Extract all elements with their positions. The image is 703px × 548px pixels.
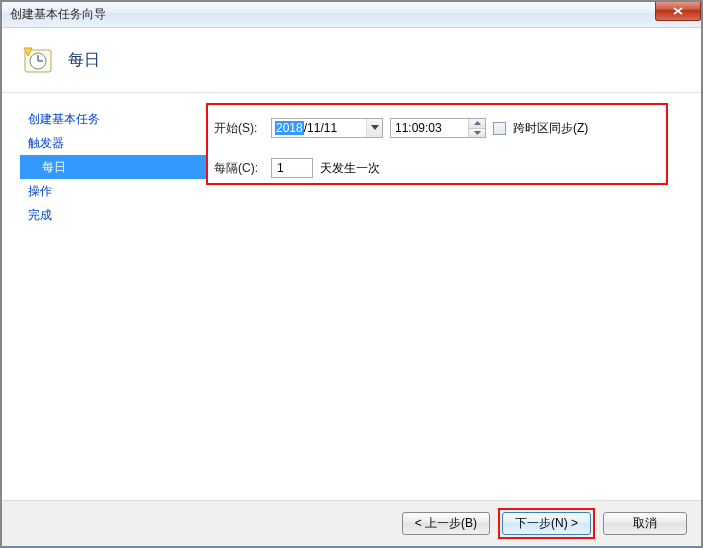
close-button[interactable] <box>655 2 701 21</box>
date-input[interactable]: 2018/11/11 <box>271 118 383 138</box>
date-year-selected: 2018 <box>275 121 304 135</box>
time-input[interactable]: 11:09:03 <box>390 118 486 138</box>
chevron-down-icon <box>474 131 481 135</box>
cancel-button[interactable]: 取消 <box>603 512 687 535</box>
sidebar-item-create-task[interactable]: 创建基本任务 <box>20 107 206 131</box>
row-interval: 每隔(C): 1 天发生一次 <box>206 157 687 179</box>
label-start: 开始(S): <box>214 120 264 137</box>
wizard-header: 每日 <box>2 28 701 93</box>
sidebar-item-daily[interactable]: 每日 <box>20 155 206 179</box>
label-interval: 每隔(C): <box>214 160 264 177</box>
sidebar-item-trigger[interactable]: 触发器 <box>20 131 206 155</box>
time-spinner <box>468 119 485 137</box>
titlebar: 创建基本任务向导 <box>2 2 701 28</box>
svg-marker-5 <box>371 125 379 130</box>
footer: < 上一步(B) 下一步(N) > 取消 <box>2 500 701 546</box>
close-icon <box>673 7 683 15</box>
back-button[interactable]: < 上一步(B) <box>402 512 490 535</box>
chevron-up-icon <box>474 121 481 125</box>
time-spin-down[interactable] <box>469 129 485 138</box>
annotation-box-next: 下一步(N) > <box>498 508 595 539</box>
page-title: 每日 <box>68 50 100 71</box>
date-rest: /11/11 <box>304 121 337 135</box>
label-sync: 跨时区同步(Z) <box>513 120 588 137</box>
date-dropdown-button[interactable] <box>366 119 382 137</box>
main-panel: 开始(S): 2018/11/11 11:09:03 <box>206 107 687 490</box>
svg-marker-7 <box>474 131 481 135</box>
interval-input[interactable]: 1 <box>271 158 313 178</box>
sync-checkbox[interactable] <box>493 122 506 135</box>
sidebar: 创建基本任务 触发器 每日 操作 完成 <box>20 107 206 490</box>
time-spin-up[interactable] <box>469 119 485 129</box>
row-start: 开始(S): 2018/11/11 11:09:03 <box>206 117 687 139</box>
chevron-down-icon <box>371 125 379 131</box>
label-interval-suffix: 天发生一次 <box>320 160 380 177</box>
next-button[interactable]: 下一步(N) > <box>502 512 591 535</box>
svg-marker-6 <box>474 121 481 125</box>
time-value: 11:09:03 <box>391 121 468 135</box>
sidebar-item-finish[interactable]: 完成 <box>20 203 206 227</box>
window-title: 创建基本任务向导 <box>10 6 106 23</box>
wizard-body: 创建基本任务 触发器 每日 操作 完成 开始(S): 2018/11/11 11… <box>2 93 701 500</box>
wizard-window: 创建基本任务向导 每日 创建基本任务 触发器 每日 操作 完成 开始( <box>1 1 702 547</box>
scheduler-icon <box>22 44 54 76</box>
sidebar-item-action[interactable]: 操作 <box>20 179 206 203</box>
